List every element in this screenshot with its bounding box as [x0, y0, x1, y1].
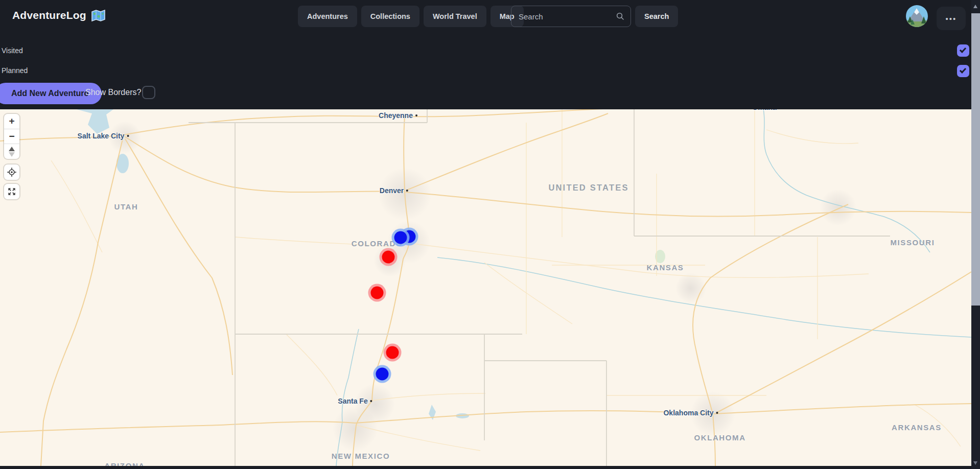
zoom-in-button[interactable]: + — [4, 114, 19, 129]
planned-checkbox[interactable] — [957, 65, 969, 77]
adventure-marker-planned[interactable] — [394, 231, 407, 244]
map-canvas[interactable]: UTAHCOLORADOKANSASMISSOURIUNITED STATESA… — [0, 109, 971, 466]
fullscreen-icon — [7, 186, 17, 197]
scrollbar-thumb[interactable] — [971, 13, 980, 306]
compass-icon — [9, 147, 15, 157]
show-borders-checkbox[interactable] — [142, 86, 155, 99]
zoom-out-button[interactable]: − — [4, 129, 19, 144]
state-label-oklahoma: OKLAHOMA — [694, 433, 745, 442]
nav-adventures-button[interactable]: Adventures — [298, 6, 357, 27]
geolocate-icon — [7, 167, 17, 177]
city-name: Salt Lake City — [78, 132, 125, 140]
city-label-omaha: Omaha — [752, 109, 776, 111]
adventure-marker-planned[interactable] — [376, 368, 389, 381]
more-menu-button[interactable]: ••• — [937, 7, 966, 30]
city-name: Omaha — [752, 109, 776, 111]
avatar-mountain-image — [906, 5, 928, 27]
avatar[interactable] — [906, 5, 928, 27]
search-input[interactable] — [511, 6, 631, 27]
top-navbar: AdventureLog Adventures Collections Worl… — [0, 0, 980, 33]
search-field-wrap — [511, 6, 631, 27]
city-label-cheyenne: Cheyenne — [379, 111, 417, 120]
check-icon — [960, 46, 966, 53]
city-dot-icon — [127, 135, 129, 137]
state-label-arizona: ARIZONA — [104, 461, 145, 466]
adventure-marker-visited[interactable] — [371, 287, 384, 299]
city-dot-icon — [406, 190, 408, 192]
city-label-denver: Denver — [380, 186, 408, 195]
city-name: Denver — [380, 186, 404, 195]
adventure-marker-visited[interactable] — [382, 251, 395, 264]
compass-button[interactable] — [4, 144, 19, 159]
adventure-marker-visited[interactable] — [386, 346, 399, 359]
city-label-santa-fe: Santa Fe — [338, 397, 372, 405]
show-borders-label: Show Borders? — [85, 88, 141, 97]
app-logo[interactable]: AdventureLog — [12, 9, 105, 21]
visited-checkbox[interactable] — [957, 44, 969, 57]
state-label-united-states: UNITED STATES — [548, 183, 628, 193]
adventurelog-app: { "header": { "logo": "AdventureLog", "n… — [0, 0, 980, 469]
main-nav: Adventures Collections World Travel Map — [298, 6, 524, 27]
nav-collections-button[interactable]: Collections — [361, 6, 419, 27]
map-emoji-icon — [91, 10, 105, 21]
state-label-missouri: MISSOURI — [891, 238, 935, 247]
city-name: Santa Fe — [338, 397, 367, 405]
search-button[interactable]: Search — [635, 6, 678, 27]
scroll-up-arrow-icon[interactable] — [973, 5, 977, 8]
geolocate-button[interactable] — [4, 165, 19, 180]
city-label-oklahoma-city: Oklahoma City — [663, 409, 718, 417]
state-label-utah: UTAH — [114, 202, 138, 211]
state-label-new-mexico: NEW MEXICO — [332, 452, 390, 460]
page-scrollbar[interactable] — [971, 0, 980, 469]
city-dot-icon — [370, 400, 372, 402]
planned-label: Planned — [2, 66, 28, 75]
city-dot-icon — [716, 412, 718, 414]
nav-world-travel-button[interactable]: World Travel — [424, 6, 486, 27]
state-label-kansas: KANSAS — [647, 263, 684, 272]
city-label-salt-lake-city: Salt Lake City — [78, 132, 129, 140]
fullscreen-button[interactable] — [4, 184, 19, 199]
state-label-arkansas: ARKANSAS — [892, 423, 942, 432]
app-title: AdventureLog — [12, 9, 86, 21]
basemap-layer — [0, 109, 971, 466]
city-dot-icon — [415, 114, 417, 116]
visited-label: Visited — [2, 46, 23, 55]
search-icon — [616, 12, 625, 21]
zoom-control-group: + − — [4, 114, 19, 159]
city-name: Cheyenne — [379, 111, 413, 120]
check-icon — [960, 66, 966, 74]
city-name: Oklahoma City — [663, 409, 713, 417]
scroll-down-arrow-icon[interactable] — [973, 461, 977, 465]
